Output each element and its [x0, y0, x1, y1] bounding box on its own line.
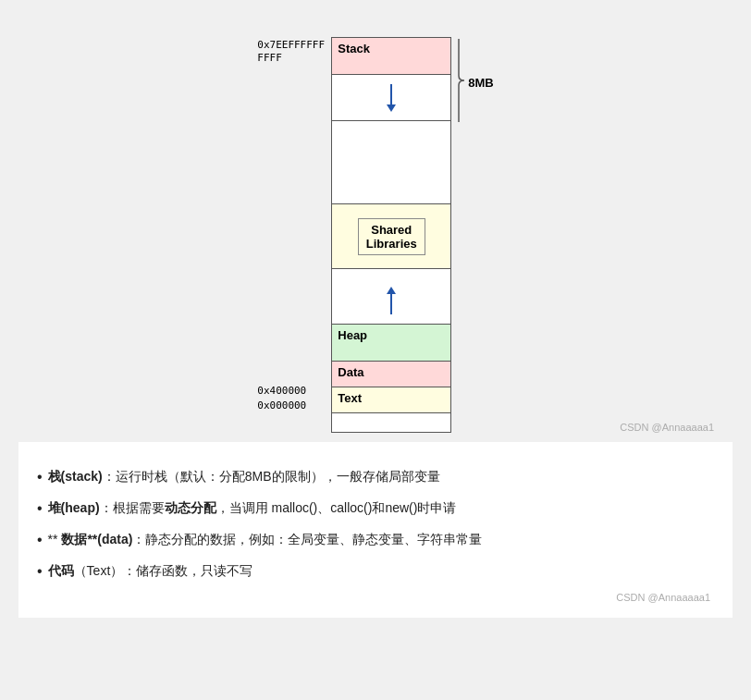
- desc-watermark: CSDN @Annaaaaa1: [37, 592, 714, 603]
- text-desc-text: 代码（Text）：储存函数，只读不写: [48, 560, 714, 583]
- stack-desc-text: 栈(stack)：运行时栈（默认：分配8MB的限制），一般存储局部变量: [48, 466, 714, 488]
- description-section: • 栈(stack)：运行时栈（默认：分配8MB的限制），一般存储局部变量 • …: [18, 442, 733, 618]
- data-segment: Data: [332, 362, 450, 387]
- stack-arrow-down: [387, 84, 396, 112]
- text-description: • 代码（Text）：储存函数，只读不写: [37, 560, 714, 583]
- stack-segment: Stack: [332, 38, 450, 75]
- data-desc-stars: **: [48, 532, 62, 546]
- brace-container: 8MB: [455, 37, 493, 90]
- heap-description: • 堆(heap)：根据需要动态分配，当调用 malloc()、calloc()…: [37, 497, 714, 520]
- heap-desc-rest1: ：根据需要: [100, 500, 165, 515]
- stack-bullet: •: [37, 466, 43, 488]
- shared-libraries-label: SharedLibraries: [366, 223, 417, 251]
- data-bullet: •: [37, 529, 43, 551]
- memory-diagram: Stack SharedLibraries: [331, 37, 451, 433]
- data-desc-text: ** 数据**(data)：静态分配的数据，例如：全局变量、静态变量、字符串常量: [48, 529, 714, 551]
- stack-desc-label-bold: 栈(stack): [48, 469, 103, 484]
- text-desc-rest: （Text）：储存函数，只读不写: [74, 563, 253, 578]
- stack-gap: [332, 121, 450, 204]
- diagram-container: 0x7EEFFFFFFFFFF 0x400000 0x000000 Stack: [18, 18, 733, 442]
- data-desc-rest: ：静态分配的数据，例如：全局变量、静态变量、字符串常量: [132, 532, 482, 546]
- text-desc-label-bold: 代码: [48, 563, 74, 578]
- data-desc-label-bold: 数据**(data): [61, 532, 132, 546]
- stack-desc-rest: ：运行时栈（默认：分配8MB的限制），一般存储局部变量: [103, 469, 440, 484]
- heap-label: Heap: [338, 328, 367, 342]
- brace-label: 8MB: [468, 76, 493, 90]
- addr-top-label: 0x7EEFFFFFFFFFF: [257, 39, 331, 66]
- addr-bottom-labels: 0x400000 0x000000: [257, 384, 331, 412]
- shared-libraries-segment: SharedLibraries: [332, 204, 450, 269]
- stack-description: • 栈(stack)：运行时栈（默认：分配8MB的限制），一般存储局部变量: [37, 466, 714, 488]
- data-label: Data: [338, 365, 363, 379]
- heap-desc-rest2: ，当调用 malloc()、calloc()和new()时申请: [216, 500, 457, 515]
- diagram-watermark: CSDN @Annaaaaa1: [620, 422, 714, 433]
- heap-arrow-up: [387, 287, 396, 314]
- heap-bullet: •: [37, 497, 43, 520]
- shared-libraries-box: SharedLibraries: [358, 218, 425, 255]
- stack-label: Stack: [338, 42, 370, 55]
- heap-space: [332, 269, 450, 325]
- zero-segment: [332, 413, 450, 432]
- heap-desc-label-bold: 堆(heap): [48, 500, 100, 515]
- heap-desc-dynamic: 动态分配: [165, 500, 216, 515]
- heap-segment: Heap: [332, 325, 450, 362]
- text-label: Text: [338, 391, 362, 405]
- text-bullet: •: [37, 560, 43, 583]
- stack-space1: [332, 75, 450, 121]
- diagram-wrapper: 0x7EEFFFFFFFFFF 0x400000 0x000000 Stack: [18, 18, 733, 618]
- text-segment: Text: [332, 387, 450, 413]
- heap-desc-text: 堆(heap)：根据需要动态分配，当调用 malloc()、calloc()和n…: [48, 497, 714, 520]
- data-description: • ** 数据**(data)：静态分配的数据，例如：全局变量、静态变量、字符串…: [37, 529, 714, 551]
